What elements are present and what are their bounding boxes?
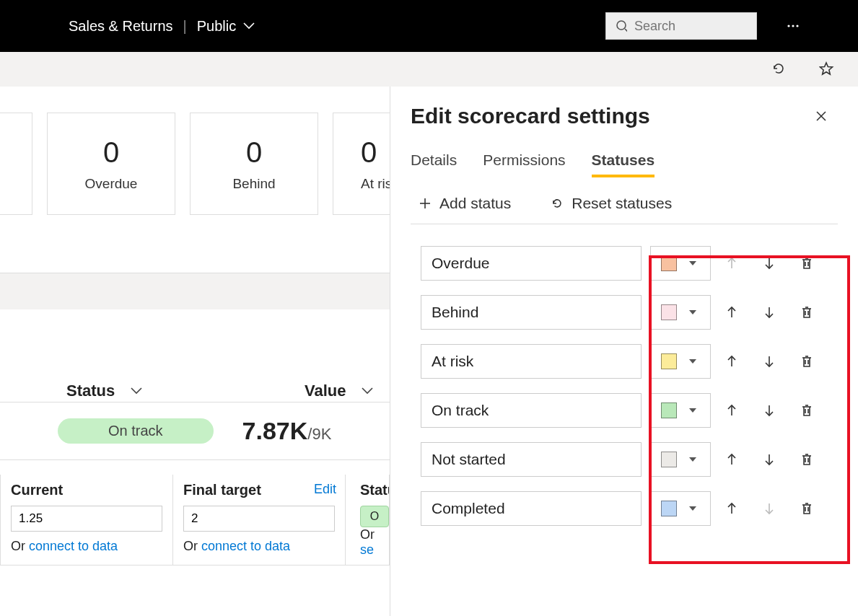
status-name-input[interactable]: Behind — [421, 295, 642, 330]
delete-button[interactable] — [790, 345, 823, 378]
metric-card-overdue[interactable]: 0 Overdue — [47, 113, 175, 215]
panel-header: Edit scorecard settings — [411, 100, 838, 133]
color-swatch — [661, 402, 677, 418]
color-picker[interactable] — [650, 344, 711, 379]
move-down-button[interactable] — [753, 296, 786, 329]
color-picker[interactable] — [650, 295, 711, 330]
color-picker[interactable] — [650, 393, 711, 428]
status-pill[interactable]: On track — [58, 418, 214, 444]
color-picker[interactable] — [650, 491, 711, 526]
column-status[interactable]: Status — [66, 382, 144, 400]
scope-label: Public — [197, 18, 236, 35]
status-name-input[interactable]: At risk — [421, 344, 642, 379]
color-picker[interactable] — [650, 442, 711, 477]
status-name-input[interactable]: On track — [421, 393, 642, 428]
favorite-button[interactable] — [810, 53, 844, 86]
arrow-up-icon — [725, 354, 739, 369]
refresh-button[interactable] — [763, 53, 796, 86]
move-up-button — [715, 247, 748, 280]
trash-icon — [800, 452, 814, 467]
more-icon — [786, 19, 800, 33]
status-list: Overdue Behind At risk On track — [411, 242, 838, 530]
edit-link[interactable]: Edit — [314, 482, 336, 497]
goal-value: 7.87K/9K — [242, 417, 332, 445]
move-down-button[interactable] — [753, 443, 786, 476]
metric-card-behind[interactable]: 0 Behind — [190, 113, 318, 215]
scope-dropdown[interactable]: Public — [197, 18, 256, 35]
add-status-button[interactable]: Add status — [418, 195, 511, 212]
color-swatch — [661, 353, 677, 369]
move-up-button[interactable] — [715, 345, 748, 378]
status-row: Completed — [421, 487, 838, 530]
metric-value: 0 — [246, 136, 262, 169]
tab-statuses[interactable]: Statuses — [592, 151, 655, 177]
color-picker[interactable] — [650, 246, 711, 281]
detail-label: Statu — [360, 482, 379, 498]
detail-label: Current — [11, 482, 162, 498]
status-pill-small[interactable]: O — [360, 506, 389, 527]
move-down-button[interactable] — [753, 394, 786, 427]
move-up-button[interactable] — [715, 394, 748, 427]
move-down-button[interactable] — [753, 345, 786, 378]
arrow-down-icon — [762, 403, 776, 418]
delete-button[interactable] — [790, 296, 823, 329]
status-row: Not started — [421, 438, 838, 481]
goal-row[interactable]: On track 7.87K/9K — [0, 402, 390, 460]
reset-statuses-button[interactable]: Reset statuses — [550, 195, 672, 212]
move-down-button[interactable] — [753, 247, 786, 280]
connect-line: Or connect to data — [183, 539, 335, 554]
status-name-input[interactable]: Overdue — [421, 246, 642, 281]
tab-permissions[interactable]: Permissions — [483, 151, 565, 177]
color-swatch — [661, 304, 677, 320]
trash-icon — [800, 256, 814, 270]
chevron-down-icon — [129, 384, 144, 398]
settings-panel: Edit scorecard settings Details Permissi… — [390, 87, 858, 616]
connect-line-partial: Or se — [360, 527, 379, 558]
move-up-button[interactable] — [715, 492, 748, 525]
arrow-up-icon — [725, 403, 739, 418]
delete-button[interactable] — [790, 443, 823, 476]
move-up-button[interactable] — [715, 443, 748, 476]
panel-title-text: Edit scorecard settings — [411, 104, 650, 128]
plus-icon — [418, 196, 432, 211]
move-up-button[interactable] — [715, 296, 748, 329]
status-name-input[interactable]: Not started — [421, 442, 642, 477]
caret-down-icon — [686, 256, 700, 270]
reset-icon — [550, 196, 564, 211]
caret-down-icon — [686, 452, 700, 467]
current-input[interactable] — [11, 506, 162, 532]
status-name-input[interactable]: Completed — [421, 491, 642, 526]
trash-icon — [800, 305, 814, 320]
metric-label: Overdue — [85, 176, 138, 192]
arrow-down-icon — [762, 354, 776, 369]
chevron-down-icon — [242, 19, 256, 33]
delete-button[interactable] — [790, 394, 823, 427]
move-down-button — [753, 492, 786, 525]
connect-link[interactable]: connect to data — [201, 539, 290, 553]
arrow-up-icon — [725, 256, 739, 270]
detail-current: Current Or connect to data — [1, 475, 173, 565]
goals-table-header: Status Value — [0, 273, 390, 402]
card-edge-left — [0, 113, 32, 215]
delete-button[interactable] — [790, 492, 823, 525]
breadcrumb: Sales & Returns | Public — [69, 18, 256, 35]
arrow-down-icon — [762, 256, 776, 270]
trash-icon — [800, 403, 814, 418]
tab-details[interactable]: Details — [411, 151, 457, 177]
caret-down-icon — [686, 305, 700, 320]
search-icon — [615, 19, 627, 33]
delete-button[interactable] — [790, 247, 823, 280]
search-input[interactable] — [634, 19, 748, 34]
close-button[interactable] — [805, 100, 838, 133]
column-value[interactable]: Value — [305, 382, 375, 400]
connect-link[interactable]: connect to data — [29, 539, 118, 553]
target-input[interactable] — [183, 506, 335, 532]
more-button[interactable] — [786, 19, 800, 33]
caret-down-icon — [686, 403, 700, 418]
connect-link[interactable]: se — [360, 542, 374, 557]
chevron-down-icon — [360, 384, 375, 398]
search-box[interactable] — [605, 12, 757, 40]
column-label: Value — [305, 382, 346, 400]
metric-value: 0 — [103, 136, 119, 169]
status-row: On track — [421, 389, 838, 432]
